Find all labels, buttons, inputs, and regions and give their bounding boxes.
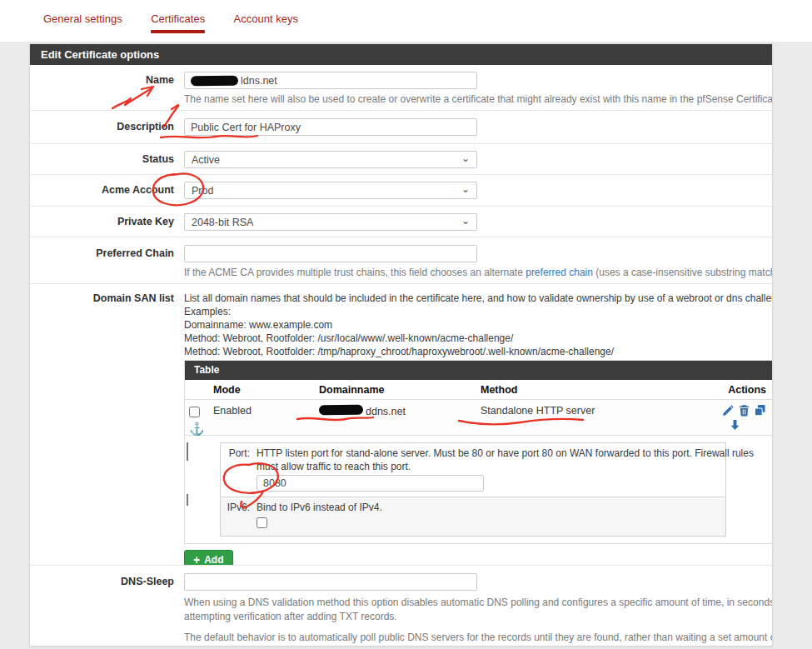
preferred-chain-input[interactable] <box>184 245 477 262</box>
form-group-domain-san: Domain SAN list List all domain names th… <box>30 284 772 566</box>
col-header-mode: Mode <box>213 380 319 399</box>
intro-line: Method: Webroot, Rootfolder: /usr/local/… <box>184 332 772 345</box>
acme-account-value: Prod <box>192 185 213 197</box>
acme-account-label: Acme Account <box>30 175 184 206</box>
panel-header: Edit Certificate options <box>30 44 772 65</box>
help-text: If the ACME CA provides multiple trust c… <box>184 267 526 278</box>
col-header-method: Method <box>481 380 714 399</box>
form-group-name: Name ldns.net The name set here will als… <box>30 65 772 111</box>
add-button[interactable]: + Add <box>184 550 233 566</box>
edit-certificate-panel: Edit Certificate options Name ldns.net T… <box>29 43 773 647</box>
edit-icon[interactable] <box>722 404 735 417</box>
move-down-icon[interactable] <box>729 418 772 431</box>
row-select-checkbox[interactable] <box>189 407 200 417</box>
mode-cell: Enabled <box>213 400 319 436</box>
port-description: must allow traffic to reach this port. <box>257 461 717 474</box>
form-group-description: Description <box>30 111 772 144</box>
help-text: When using a DNS validation method this … <box>184 596 772 610</box>
port-description: HTTP listen port for stand-alone server.… <box>257 447 717 461</box>
help-text: (uses a case-insensitive substring match… <box>593 267 772 278</box>
table-row: ⚓ Enabled ddns.net Standalone HTTP serve… <box>185 400 772 436</box>
private-key-value: 2048-bit RSA <box>192 217 253 228</box>
port-section: Port: HTTP listen port for stand-alone s… <box>221 443 725 497</box>
san-table-header-row: Mode Domainname Method Actions <box>185 380 772 400</box>
ipv6-description: Bind to IPv6 instead of IPv4. <box>257 502 717 515</box>
san-table-title: Table <box>185 361 772 380</box>
add-button-label: Add <box>204 554 223 566</box>
tab-certificates[interactable]: Certificates <box>139 12 217 33</box>
tab-general-settings[interactable]: General settings <box>32 12 134 25</box>
anchor-icon[interactable]: ⚓ <box>189 422 205 435</box>
form-group-private-key: Private Key 2048-bit RSA ⌄ <box>30 207 772 237</box>
redaction-mark <box>191 75 238 86</box>
copy-icon[interactable] <box>754 404 766 417</box>
san-table: Table Mode Domainname Method Actions ⚓ <box>184 360 772 544</box>
preferred-chain-link[interactable]: preferred chain <box>526 267 593 278</box>
name-label: Name <box>30 65 184 110</box>
tab-label: General settings <box>43 12 122 25</box>
plus-icon: + <box>193 555 200 565</box>
ipv6-checkbox[interactable] <box>257 517 267 528</box>
chevron-down-icon: ⌄ <box>461 154 470 162</box>
row-actions <box>714 400 772 436</box>
intro-line: Domainname: www.example.com <box>184 318 772 332</box>
description-input[interactable] <box>184 118 477 136</box>
acme-account-select[interactable]: Prod ⌄ <box>184 182 477 199</box>
intro-line: Method: Webroot, Rootfolder: /tmp/haprox… <box>184 345 772 358</box>
col-header-actions: Actions <box>714 380 772 399</box>
status-value: Active <box>192 154 220 166</box>
tab-label: Certificates <box>151 12 205 25</box>
chevron-down-icon: ⌄ <box>461 185 470 193</box>
ipv6-section: IPv6: Bind to IPv6 instead of IPv4. <box>221 497 725 536</box>
domain-san-intro: List all domain names that should be inc… <box>184 292 772 358</box>
col-header-domainname: Domainname <box>319 380 481 399</box>
page-root: General settings Certificates Account ke… <box>0 0 812 649</box>
intro-line: Examples: <box>184 305 772 318</box>
cell-border-mark <box>187 494 188 506</box>
port-input[interactable] <box>257 475 484 492</box>
name-value: ldns.net <box>241 75 277 87</box>
name-input[interactable]: ldns.net <box>184 72 477 89</box>
dns-sleep-input[interactable] <box>184 573 477 591</box>
form-group-acme-account: Acme Account Prod ⌄ <box>30 175 772 207</box>
dns-sleep-help: When using a DNS validation method this … <box>184 596 772 623</box>
status-select[interactable]: Active ⌄ <box>184 151 477 168</box>
help-text: attempting verification after adding TXT… <box>184 610 772 624</box>
private-key-select[interactable]: 2048-bit RSA ⌄ <box>184 213 477 231</box>
intro-line: List all domain names that should be inc… <box>184 292 772 305</box>
dns-sleep-label: DNS-Sleep <box>30 566 184 646</box>
redaction-mark <box>319 405 363 416</box>
delete-icon[interactable] <box>738 404 750 417</box>
name-help: The name set here will also be used to c… <box>184 93 772 105</box>
preferred-chain-help: If the ACME CA provides multiple trust c… <box>184 267 772 278</box>
domain-value: ddns.net <box>366 406 406 417</box>
dns-sleep-help-2: The default behavior is to automatically… <box>184 632 772 643</box>
ipv6-label: IPv6: <box>221 502 257 532</box>
description-label: Description <box>30 111 184 143</box>
form-group-preferred-chain: Preferred Chain If the ACME CA provides … <box>30 237 772 284</box>
cell-border-mark <box>187 442 188 461</box>
tab-label: Account keys <box>234 12 298 25</box>
row-settings-area: Port: HTTP listen port for stand-alone s… <box>185 436 772 543</box>
tab-account-keys[interactable]: Account keys <box>222 12 310 25</box>
tab-bar: General settings Certificates Account ke… <box>0 0 812 42</box>
form-group-status: Status Active ⌄ <box>30 144 772 175</box>
move-up-icon[interactable] <box>770 404 772 417</box>
method-settings-box: Port: HTTP listen port for stand-alone s… <box>220 442 726 537</box>
private-key-label: Private Key <box>30 207 184 237</box>
status-label: Status <box>30 144 184 174</box>
chevron-down-icon: ⌄ <box>461 217 470 225</box>
port-label: Port: <box>221 447 257 492</box>
domain-san-label: Domain SAN list <box>30 284 184 565</box>
form-group-dns-sleep: DNS-Sleep When using a DNS validation me… <box>30 566 772 646</box>
method-cell: Standalone HTTP server <box>481 400 714 436</box>
domainname-cell: ddns.net <box>319 400 481 436</box>
col-spacer <box>185 380 213 399</box>
preferred-chain-label: Preferred Chain <box>30 237 184 283</box>
